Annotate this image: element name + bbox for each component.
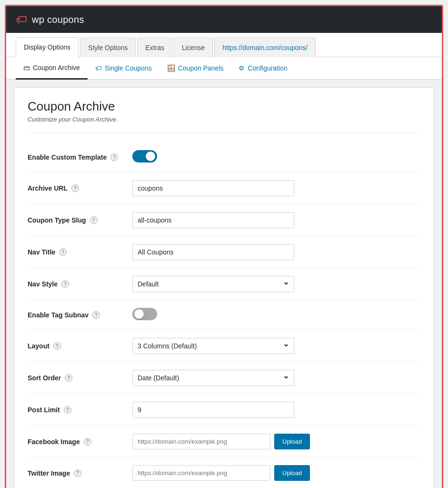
label-layout: Layout	[28, 342, 50, 350]
tab-license[interactable]: License	[174, 38, 213, 57]
coupon-panels-icon: 🪟	[167, 64, 175, 72]
configuration-icon: ⚙	[239, 64, 245, 72]
app-title: wp coupons	[32, 14, 84, 25]
sub-tab-coupon-archive-label: Coupon Archive	[33, 64, 80, 71]
help-enable-custom-template[interactable]: ?	[110, 153, 118, 161]
help-twitter-image[interactable]: ?	[74, 469, 81, 477]
field-nav-style: Nav Style ? Default Horizontal Vertical	[28, 268, 420, 300]
main-content: Display Options Style Options Extras Lic…	[6, 33, 442, 488]
field-coupon-type-slug: Coupon Type Slug ?	[28, 204, 420, 236]
select-sort-order[interactable]: Date (Default) Title Random Modified	[132, 370, 294, 386]
field-post-limit: Post Limit ?	[28, 394, 420, 426]
section-title: Coupon Archive	[28, 99, 420, 114]
field-nav-title: Nav Title ?	[28, 236, 420, 268]
help-layout[interactable]: ?	[53, 342, 61, 350]
input-coupon-type-slug[interactable]	[132, 212, 294, 228]
field-enable-tag-subnav: Enable Tag Subnav ?	[28, 300, 420, 330]
twitter-image-control: Upload	[132, 465, 420, 481]
help-post-limit[interactable]: ?	[64, 406, 71, 414]
upload-twitter-button[interactable]: Upload	[274, 465, 310, 481]
sub-tab-configuration-label: Configuration	[248, 64, 287, 72]
section-subtitle: Customize your Coupon Archive.	[28, 116, 420, 123]
sub-tab-coupon-panels[interactable]: 🪟 Coupon Panels	[159, 58, 231, 79]
app-logo-icon: 🏷	[16, 13, 27, 26]
sub-tab-coupon-panels-label: Coupon Panels	[178, 64, 224, 72]
help-sort-order[interactable]: ?	[65, 374, 72, 382]
app-header: 🏷 wp coupons	[6, 6, 442, 33]
label-coupon-type-slug: Coupon Type Slug	[28, 216, 86, 224]
field-twitter-image: Twitter Image ? Upload	[28, 458, 420, 488]
sub-tab-single-coupons[interactable]: 🏷 Single Coupons	[88, 58, 159, 79]
app-frame: 🏷 wp coupons Display Options Style Optio…	[5, 5, 443, 488]
label-post-limit: Post Limit	[28, 406, 60, 414]
field-facebook-image: Facebook Image ? Upload	[28, 426, 420, 458]
toggle-knob	[146, 152, 155, 161]
field-layout: Layout ? 3 Columns (Default) 2 Columns 1…	[28, 330, 420, 362]
toggle-enable-tag-subnav[interactable]	[132, 308, 157, 320]
sub-tab-coupon-archive[interactable]: 🗃 Coupon Archive	[16, 57, 88, 80]
label-nav-style: Nav Style	[28, 280, 58, 288]
top-tabs: Display Options Style Options Extras Lic…	[6, 33, 442, 57]
help-nav-title[interactable]: ?	[59, 248, 67, 256]
label-enable-custom-template: Enable Custom Template	[28, 153, 107, 161]
sub-tabs: 🗃 Coupon Archive 🏷 Single Coupons 🪟 Coup…	[6, 57, 442, 80]
toggle-enable-custom-template[interactable]	[132, 150, 157, 163]
input-facebook-image[interactable]	[132, 434, 270, 449]
single-coupons-icon: 🏷	[95, 64, 102, 72]
toggle-knob-tag	[134, 309, 144, 319]
sub-tab-single-coupons-label: Single Coupons	[105, 64, 152, 72]
sub-tab-configuration[interactable]: ⚙ Configuration	[231, 58, 295, 79]
content-area: Coupon Archive Customize your Coupon Arc…	[14, 87, 434, 488]
input-post-limit[interactable]	[132, 402, 294, 418]
section-divider	[28, 132, 420, 133]
coupon-archive-icon: 🗃	[23, 64, 30, 71]
help-nav-style[interactable]: ?	[61, 280, 69, 288]
tab-domain-link[interactable]: https://domain.com/coupons/	[214, 38, 316, 57]
label-facebook-image: Facebook Image	[28, 438, 80, 446]
help-facebook-image[interactable]: ?	[84, 438, 91, 446]
help-coupon-type-slug[interactable]: ?	[90, 216, 98, 224]
input-nav-title[interactable]	[132, 244, 294, 260]
field-enable-custom-template: Enable Custom Template ?	[28, 142, 420, 173]
select-nav-style[interactable]: Default Horizontal Vertical	[132, 276, 294, 292]
label-twitter-image: Twitter Image	[28, 469, 70, 477]
select-layout[interactable]: 3 Columns (Default) 2 Columns 1 Column L…	[132, 338, 294, 354]
help-archive-url[interactable]: ?	[71, 184, 79, 192]
label-sort-order: Sort Order	[28, 374, 61, 382]
form-table: Enable Custom Template ? Archive URL ?	[28, 142, 420, 488]
label-nav-title: Nav Title	[28, 248, 55, 256]
upload-facebook-button[interactable]: Upload	[274, 434, 310, 449]
help-enable-tag-subnav[interactable]: ?	[92, 311, 100, 319]
facebook-image-control: Upload	[132, 434, 420, 449]
tab-style-options[interactable]: Style Options	[80, 38, 136, 57]
field-sort-order: Sort Order ? Date (Default) Title Random…	[28, 362, 420, 394]
tab-extras[interactable]: Extras	[137, 38, 172, 57]
input-twitter-image[interactable]	[132, 465, 270, 481]
label-archive-url: Archive URL	[28, 184, 68, 192]
label-enable-tag-subnav: Enable Tag Subnav	[28, 311, 89, 319]
tab-display-options[interactable]: Display Options	[16, 37, 79, 57]
field-archive-url: Archive URL ?	[28, 173, 420, 204]
input-archive-url[interactable]	[132, 180, 294, 196]
